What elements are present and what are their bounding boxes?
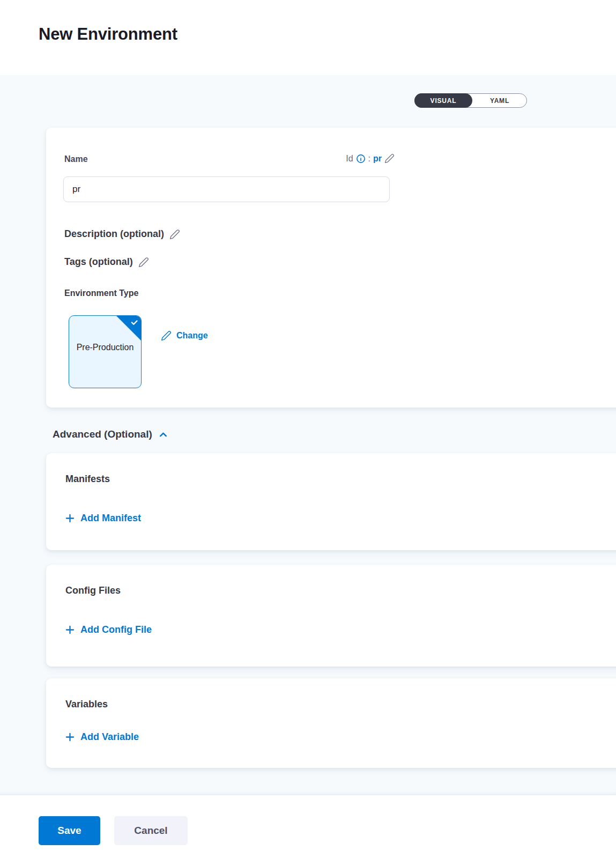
plus-icon: [64, 624, 76, 635]
add-variable-button[interactable]: Add Variable: [64, 731, 139, 743]
manifests-title: Manifests: [65, 474, 110, 485]
edit-id-icon[interactable]: [384, 153, 395, 164]
config-files-card: Config Files Add Config File: [46, 565, 616, 667]
toggle-visual-option[interactable]: VISUAL: [414, 93, 472, 108]
info-icon[interactable]: [356, 154, 366, 164]
check-icon: [130, 319, 138, 327]
manifests-card: Manifests Add Manifest: [46, 453, 616, 550]
advanced-optional-toggle[interactable]: Advanced (Optional): [53, 428, 169, 440]
plus-icon: [64, 731, 76, 743]
advanced-optional-label: Advanced (Optional): [53, 428, 152, 440]
variables-title: Variables: [65, 699, 108, 710]
environment-form-card: Name Id : pr Description (optional): [46, 128, 616, 408]
description-label: Description (optional): [64, 228, 164, 240]
new-environment-page: New Environment VISUAL YAML Name Id : pr: [0, 0, 616, 858]
add-variable-label: Add Variable: [80, 731, 139, 743]
toggle-visual-label: VISUAL: [431, 97, 457, 105]
chevron-up-icon: [158, 429, 169, 440]
page-title: New Environment: [39, 25, 177, 44]
toggle-yaml-label: YAML: [490, 97, 509, 105]
environment-type-label: Environment Type: [64, 289, 138, 298]
name-input[interactable]: [63, 176, 390, 202]
id-separator: :: [368, 154, 370, 164]
tags-label: Tags (optional): [64, 256, 133, 268]
tags-row: Tags (optional): [64, 256, 149, 268]
environment-type-value: Pre-Production: [76, 341, 135, 354]
plus-icon: [64, 513, 76, 524]
add-manifest-button[interactable]: Add Manifest: [64, 513, 141, 524]
save-button[interactable]: Save: [39, 816, 100, 845]
change-environment-type-link[interactable]: Change: [161, 330, 208, 341]
add-config-file-button[interactable]: Add Config File: [64, 624, 152, 635]
environment-type-card-preproduction[interactable]: Pre-Production: [69, 315, 142, 388]
config-files-title: Config Files: [65, 585, 121, 596]
add-manifest-label: Add Manifest: [80, 513, 141, 524]
cancel-button[interactable]: Cancel: [114, 816, 188, 845]
description-row: Description (optional): [64, 228, 180, 240]
edit-description-icon[interactable]: [169, 229, 180, 240]
edit-change-icon: [161, 330, 172, 341]
change-link-label: Change: [176, 331, 208, 341]
visual-yaml-toggle[interactable]: VISUAL YAML: [414, 93, 527, 108]
id-label: Id: [346, 154, 353, 164]
environment-id-row: Id : pr: [46, 153, 395, 164]
variables-card: Variables Add Variable: [46, 678, 616, 768]
add-config-file-label: Add Config File: [80, 624, 152, 635]
edit-tags-icon[interactable]: [138, 257, 149, 268]
toggle-yaml-option[interactable]: YAML: [472, 94, 527, 107]
id-value: pr: [373, 154, 382, 164]
